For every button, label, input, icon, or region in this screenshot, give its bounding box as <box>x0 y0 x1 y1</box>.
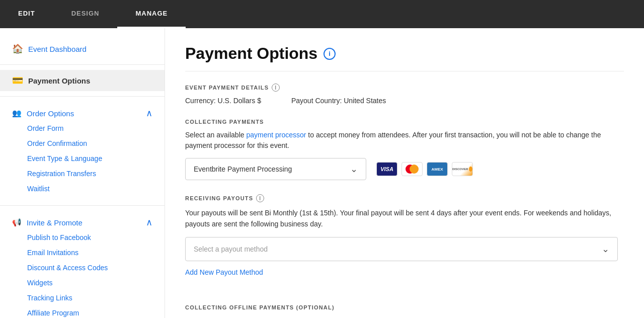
page-title: Payment Options <box>185 44 317 63</box>
nav-edit[interactable]: EDIT <box>0 0 53 28</box>
page-title-row: Payment Options i <box>185 44 624 71</box>
payment-processor-link[interactable]: payment processor <box>246 131 306 139</box>
currency-label: Currency: U.S. Dollars $ <box>185 97 261 105</box>
event-payment-details-section: EVENT PAYMENT DETAILS i Currency: U.S. D… <box>185 84 624 105</box>
add-payout-method-link[interactable]: Add New Payout Method <box>185 268 263 276</box>
nav-manage[interactable]: MANAGE <box>117 0 186 28</box>
home-icon: 🏠 <box>12 43 23 54</box>
sidebar-item-affiliate-program[interactable]: Affiliate Program <box>0 305 165 318</box>
processor-select[interactable]: Eventbrite Payment Processing ⌄ <box>185 158 366 180</box>
sidebar-order-options-header[interactable]: 👥 Order Options ∧ <box>0 102 165 121</box>
invite-promote-chevron-icon: ∧ <box>146 217 152 228</box>
payout-select-chevron-icon: ⌄ <box>602 244 609 255</box>
visa-card-icon: VISA <box>376 162 397 176</box>
sidebar-payment-options-label: Payment Options <box>28 76 90 85</box>
sidebar-item-payment-options[interactable]: 💳 Payment Options <box>0 70 165 91</box>
receiving-payouts-label: RECEIVING PAYOUTS i <box>185 194 624 202</box>
receiving-payouts-info-icon[interactable]: i <box>256 194 264 202</box>
event-payment-details-label: EVENT PAYMENT DETAILS i <box>185 84 624 92</box>
invite-promote-icon: 📢 <box>12 218 22 227</box>
sidebar-divider-1 <box>0 64 165 65</box>
sidebar-event-dashboard-label: Event Dashboard <box>28 45 87 53</box>
order-options-icon: 👥 <box>12 109 22 118</box>
payout-select-placeholder: Select a payout method <box>194 245 268 253</box>
sidebar: 🏠 Event Dashboard 💳 Payment Options 👥 Or… <box>0 28 165 318</box>
sidebar-item-event-type-language[interactable]: Event Type & Language <box>0 151 165 166</box>
processor-select-value: Eventbrite Payment Processing <box>194 165 292 173</box>
processor-select-chevron-icon: ⌄ <box>350 164 358 175</box>
amex-card-icon: AMEX <box>427 162 448 176</box>
sidebar-item-registration-transfers[interactable]: Registration Transfers <box>0 166 165 181</box>
sidebar-invite-promote-header[interactable]: 📢 Invite & Promote ∧ <box>0 211 165 230</box>
sidebar-invite-promote-label: Invite & Promote <box>27 218 83 227</box>
sidebar-item-publish-facebook[interactable]: Publish to Facebook <box>0 230 165 245</box>
order-options-chevron-icon: ∧ <box>146 108 152 119</box>
sidebar-item-email-invitations[interactable]: Email Invitations <box>0 245 165 260</box>
sidebar-divider-3 <box>0 205 165 206</box>
discover-card-icon: DISCOVER <box>452 162 473 176</box>
main-layout: 🏠 Event Dashboard 💳 Payment Options 👥 Or… <box>0 28 644 318</box>
credit-card-icon: 💳 <box>12 75 23 86</box>
currency-payout-row: Currency: U.S. Dollars $ Payout Country:… <box>185 97 624 105</box>
sidebar-order-options-label: Order Options <box>27 109 74 118</box>
sidebar-item-widgets[interactable]: Widgets <box>0 275 165 290</box>
processor-select-row: Eventbrite Payment Processing ⌄ VISA AME… <box>185 158 624 180</box>
collecting-offline-section: COLLECTING OFFLINE PAYMENTS (OPTIONAL) <box>185 304 624 310</box>
main-content: Payment Options i EVENT PAYMENT DETAILS … <box>165 28 644 318</box>
collecting-payments-label: COLLECTING PAYMENTS <box>185 119 624 125</box>
sidebar-item-order-form[interactable]: Order Form <box>0 121 165 136</box>
collecting-payments-section: COLLECTING PAYMENTS Select an available … <box>185 119 624 180</box>
nav-design[interactable]: DESIGN <box>53 0 118 28</box>
card-icons-row: VISA AMEX DISCOVER <box>376 162 473 176</box>
payout-method-select[interactable]: Select a payout method ⌄ <box>185 237 618 261</box>
collecting-payments-text: Select an available payment processor to… <box>185 130 624 151</box>
event-payment-details-info-icon[interactable]: i <box>272 84 280 92</box>
sidebar-divider-2 <box>0 96 165 97</box>
sidebar-item-tracking-links[interactable]: Tracking Links <box>0 290 165 305</box>
receiving-payouts-text: Your payouts will be sent Bi Monthly (1s… <box>185 207 624 230</box>
collecting-offline-label: COLLECTING OFFLINE PAYMENTS (OPTIONAL) <box>185 304 624 310</box>
order-options-sub-items: Order Form Order Confirmation Event Type… <box>0 121 165 200</box>
top-navigation: EDIT DESIGN MANAGE <box>0 0 644 28</box>
sidebar-item-order-confirmation[interactable]: Order Confirmation <box>0 136 165 151</box>
page-title-info-icon[interactable]: i <box>324 48 336 60</box>
sidebar-item-discount-access-codes[interactable]: Discount & Access Codes <box>0 260 165 275</box>
sidebar-item-waitlist[interactable]: Waitlist <box>0 181 165 196</box>
invite-promote-sub-items: Publish to Facebook Email Invitations Di… <box>0 230 165 318</box>
payout-country-label: Payout Country: United States <box>291 97 386 105</box>
sidebar-item-event-dashboard[interactable]: 🏠 Event Dashboard <box>0 38 165 59</box>
receiving-payouts-section: RECEIVING PAYOUTS i Your payouts will be… <box>185 194 624 290</box>
mastercard-card-icon <box>401 162 423 176</box>
